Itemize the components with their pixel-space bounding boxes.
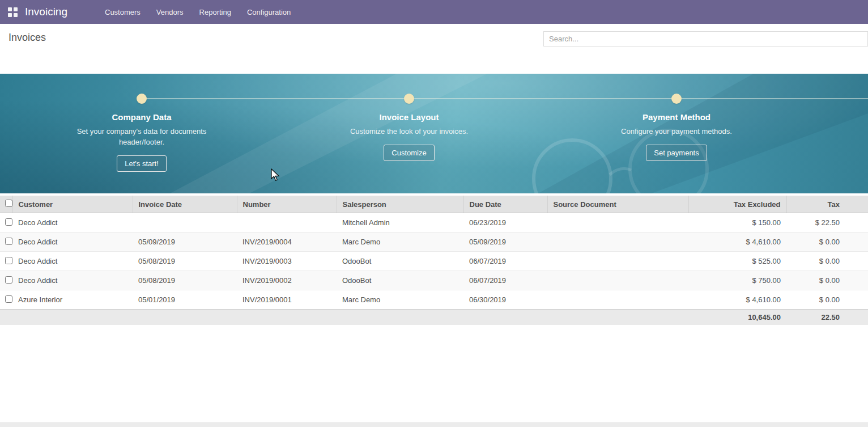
row-select-cell — [0, 213, 12, 232]
cell-invoice-date: 05/08/2019 — [133, 271, 237, 290]
cell-customer: Deco Addict — [12, 252, 133, 271]
cell-tax: $ 0.00 — [786, 271, 868, 290]
nav-customers[interactable]: Customers — [99, 5, 146, 20]
row-select-cell — [0, 232, 12, 252]
cell-tax: $ 0.00 — [786, 252, 868, 271]
cell-number: INV/2019/0004 — [237, 232, 337, 252]
table-row[interactable]: Azure Interior 05/01/2019 INV/2019/0001 … — [0, 290, 868, 310]
column-due-date[interactable]: Due Date — [463, 196, 547, 213]
step-dot — [404, 94, 414, 104]
cell-number: INV/2019/0002 — [237, 271, 337, 290]
cell-number: INV/2019/0001 — [237, 290, 337, 310]
row-checkbox[interactable] — [5, 257, 12, 264]
lets-start-button[interactable]: Let's start! — [117, 155, 167, 172]
total-tax: 22.50 — [786, 310, 868, 325]
cell-customer: Azure Interior — [12, 290, 133, 310]
cell-source-document — [547, 213, 688, 232]
total-tax-excluded: 10,645.00 — [688, 310, 786, 325]
table-row[interactable]: Deco Addict 05/08/2019 INV/2019/0002 Odo… — [0, 271, 868, 290]
row-select-cell — [0, 271, 12, 290]
column-number[interactable]: Number — [237, 196, 337, 213]
cell-number — [237, 213, 337, 232]
step-description: Set your company's data for documents he… — [73, 126, 210, 147]
column-tax[interactable]: Tax — [786, 196, 868, 213]
column-source-document[interactable]: Source Document — [547, 196, 688, 213]
invoice-list: Customer Invoice Date Number Salesperson… — [0, 196, 868, 325]
cell-invoice-date: 05/08/2019 — [133, 252, 237, 271]
cell-tax-excluded: $ 525.00 — [688, 252, 786, 271]
cell-salesperson: Marc Demo — [337, 290, 463, 310]
cell-source-document — [547, 252, 688, 271]
row-checkbox[interactable] — [5, 218, 12, 226]
step-description: Customize the look of your invoices. — [341, 126, 478, 137]
cell-tax-excluded: $ 750.00 — [688, 271, 786, 290]
cell-tax: $ 0.00 — [786, 232, 868, 252]
column-salesperson[interactable]: Salesperson — [337, 196, 463, 213]
step-title: Invoice Layout — [379, 112, 439, 122]
cell-due-date: 05/09/2019 — [463, 232, 547, 252]
cell-due-date: 06/30/2019 — [463, 290, 547, 310]
page-title: Invoices — [8, 32, 46, 44]
cell-due-date: 06/07/2019 — [463, 271, 547, 290]
table-header-row: Customer Invoice Date Number Salesperson… — [0, 196, 868, 213]
cell-tax: $ 22.50 — [786, 213, 868, 232]
row-checkbox[interactable] — [5, 238, 12, 245]
totals-row: 10,645.00 22.50 — [0, 310, 868, 325]
cell-invoice-date — [133, 213, 237, 232]
cell-invoice-date: 05/09/2019 — [133, 232, 237, 252]
cell-tax-excluded: $ 150.00 — [688, 213, 786, 232]
cell-salesperson: Mitchell Admin — [337, 213, 463, 232]
select-all-checkbox[interactable] — [5, 200, 12, 207]
column-tax-excluded[interactable]: Tax Excluded — [688, 196, 786, 213]
apps-square — [8, 13, 12, 17]
apps-square — [8, 7, 12, 11]
nav-reporting[interactable]: Reporting — [194, 5, 237, 20]
customize-button[interactable]: Customize — [384, 145, 434, 161]
step-dot — [137, 94, 147, 104]
cell-tax: $ 0.00 — [786, 290, 868, 310]
top-navbar: Invoicing Customers Vendors Reporting Co… — [0, 0, 868, 24]
search-input[interactable] — [543, 31, 868, 46]
set-payments-button[interactable]: Set payments — [646, 145, 707, 161]
cell-customer: Deco Addict — [12, 271, 133, 290]
cell-tax-excluded: $ 4,610.00 — [688, 290, 786, 310]
app-title[interactable]: Invoicing — [25, 6, 67, 18]
table-row[interactable]: Deco Addict Mitchell Admin 06/23/2019 $ … — [0, 213, 868, 232]
cell-customer: Deco Addict — [12, 232, 133, 252]
column-customer[interactable]: Customer — [12, 196, 133, 213]
row-checkbox[interactable] — [5, 295, 12, 303]
nav-vendors[interactable]: Vendors — [151, 5, 189, 20]
cell-tax-excluded: $ 4,610.00 — [688, 232, 786, 252]
cell-salesperson: Marc Demo — [337, 232, 463, 252]
apps-square — [14, 13, 18, 17]
step-description: Configure your payment methods. — [608, 126, 745, 137]
cell-invoice-date: 05/01/2019 — [133, 290, 237, 310]
step-title: Company Data — [112, 112, 171, 122]
onboarding-banner: Company Data Set your company's data for… — [0, 74, 868, 193]
onboarding-step-payment-method: Payment Method Configure your payment me… — [543, 94, 810, 172]
cell-customer: Deco Addict — [12, 213, 133, 232]
row-checkbox[interactable] — [5, 276, 12, 284]
cell-source-document — [547, 290, 688, 310]
cell-due-date: 06/07/2019 — [463, 252, 547, 271]
onboarding-step-company-data: Company Data Set your company's data for… — [8, 94, 275, 172]
horizontal-scrollbar[interactable] — [0, 422, 868, 427]
row-select-cell — [0, 252, 12, 271]
apps-square — [14, 7, 18, 11]
cell-due-date: 06/23/2019 — [463, 213, 547, 232]
select-all-cell — [0, 196, 12, 213]
apps-menu-icon[interactable] — [8, 7, 18, 17]
cell-salesperson: OdooBot — [337, 252, 463, 271]
table-row[interactable]: Deco Addict 05/08/2019 INV/2019/0003 Odo… — [0, 252, 868, 271]
column-invoice-date[interactable]: Invoice Date — [133, 196, 237, 213]
table-row[interactable]: Deco Addict 05/09/2019 INV/2019/0004 Mar… — [0, 232, 868, 252]
cell-source-document — [547, 271, 688, 290]
onboarding-step-invoice-layout: Invoice Layout Customize the look of you… — [275, 94, 543, 172]
nav-configuration[interactable]: Configuration — [241, 5, 296, 20]
cell-source-document — [547, 232, 688, 252]
cell-number: INV/2019/0003 — [237, 252, 337, 271]
row-select-cell — [0, 290, 12, 310]
step-title: Payment Method — [643, 112, 710, 122]
nav-menu: Customers Vendors Reporting Configuratio… — [99, 5, 296, 20]
onboarding-steps: Company Data Set your company's data for… — [8, 94, 810, 172]
